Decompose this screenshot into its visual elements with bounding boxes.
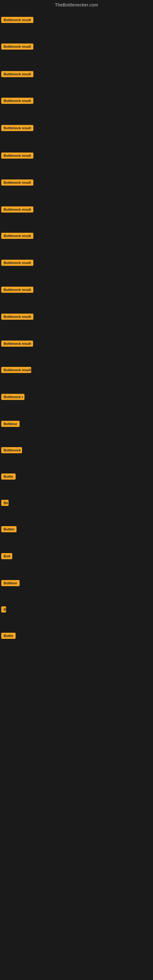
bottleneck-badge-2[interactable]: Bottleneck result (1, 43, 33, 49)
bottleneck-badge-10[interactable]: Bottleneck result (1, 260, 33, 266)
badge-row-12: Bottleneck result (1, 313, 33, 321)
bottleneck-badge-13[interactable]: Bottleneck result (1, 340, 33, 347)
bottleneck-badge-22[interactable]: Bottlene (1, 580, 19, 586)
bottleneck-badge-6[interactable]: Bottleneck result (1, 153, 33, 159)
badge-row-23: B (1, 606, 6, 614)
badge-row-7: Bottleneck result (1, 180, 33, 187)
bottleneck-badge-5[interactable]: Bottleneck result (1, 125, 33, 131)
badge-row-19: Bo (1, 500, 9, 507)
badge-row-22: Bottlene (1, 580, 19, 587)
badge-row-16: Bottlene (1, 421, 19, 428)
bottleneck-badge-9[interactable]: Bottleneck result (1, 233, 33, 239)
bottleneck-badge-4[interactable]: Bottleneck result (1, 98, 33, 104)
badge-row-17: Bottleneck (1, 447, 22, 455)
bottleneck-badge-7[interactable]: Bottleneck result (1, 180, 33, 186)
badge-row-9: Bottleneck result (1, 233, 33, 240)
badge-row-4: Bottleneck result (1, 98, 33, 105)
bottleneck-badge-16[interactable]: Bottlene (1, 421, 19, 427)
badge-row-15: Bottleneck r (1, 394, 24, 401)
site-title: TheBottlenecker.com (0, 0, 153, 9)
badge-row-21: Bott (1, 553, 12, 560)
badge-row-6: Bottleneck result (1, 153, 33, 160)
badge-row-5: Bottleneck result (1, 125, 33, 132)
badge-row-24: Bottle (1, 633, 16, 640)
bottleneck-badge-21[interactable]: Bott (1, 553, 12, 559)
bottleneck-badge-24[interactable]: Bottle (1, 633, 16, 639)
bottleneck-badge-1[interactable]: Bottleneck result (1, 17, 33, 23)
bottleneck-badge-3[interactable]: Bottleneck result (1, 71, 33, 77)
badge-row-20: Bottler (1, 526, 16, 533)
bottleneck-badge-18[interactable]: Bottle (1, 474, 16, 480)
badge-row-1: Bottleneck result (1, 17, 33, 24)
bottleneck-badge-17[interactable]: Bottleneck (1, 447, 22, 453)
badge-row-2: Bottleneck result (1, 43, 33, 51)
bottleneck-badge-11[interactable]: Bottleneck result (1, 286, 33, 293)
badge-row-14: Bottleneck result (1, 367, 31, 374)
bottleneck-badge-23[interactable]: B (1, 606, 6, 612)
badges-container: Bottleneck resultBottleneck resultBottle… (0, 9, 153, 976)
badge-row-3: Bottleneck result (1, 71, 33, 78)
badge-row-13: Bottleneck result (1, 340, 33, 348)
badge-row-8: Bottleneck result (1, 207, 33, 214)
bottleneck-badge-14[interactable]: Bottleneck result (1, 367, 31, 373)
bottleneck-badge-12[interactable]: Bottleneck result (1, 313, 33, 320)
site-header: TheBottlenecker.com (0, 0, 153, 9)
bottleneck-badge-19[interactable]: Bo (1, 500, 9, 506)
bottleneck-badge-20[interactable]: Bottler (1, 526, 16, 532)
badge-row-10: Bottleneck result (1, 260, 33, 267)
badge-row-11: Bottleneck result (1, 286, 33, 294)
bottleneck-badge-8[interactable]: Bottleneck result (1, 207, 33, 213)
badge-row-18: Bottle (1, 474, 16, 481)
bottleneck-badge-15[interactable]: Bottleneck r (1, 394, 24, 400)
